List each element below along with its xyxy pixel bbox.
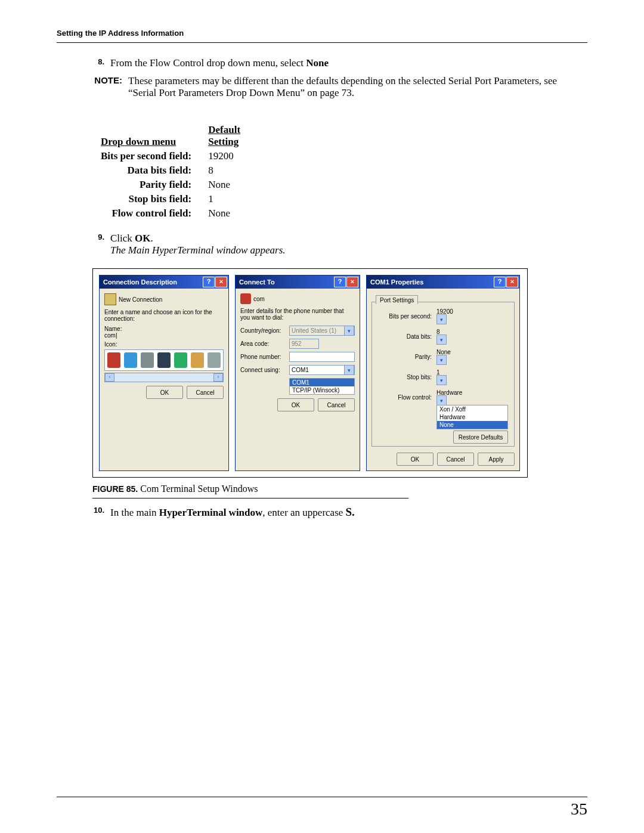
connect-using-label: Connect using: — [240, 367, 287, 373]
cancel-button[interactable]: Cancel — [437, 453, 474, 466]
close-button[interactable]: × — [215, 277, 227, 287]
option-com1[interactable]: COM1 — [290, 379, 354, 386]
chevron-down-icon: ▾ — [344, 365, 354, 375]
flowcontrol-options[interactable]: Xon / Xoff Hardware None — [436, 405, 508, 429]
row-label: Bits per second field: — [92, 149, 200, 163]
step-8-number: 8. — [57, 57, 104, 66]
connect-using-dropdown[interactable]: COM1▾ — [289, 365, 355, 375]
tab-port-settings[interactable]: Port Settings — [376, 295, 418, 304]
table-row: Stop bits field:1 — [92, 192, 249, 206]
row-value: None — [200, 206, 249, 221]
area-code-label: Area code: — [240, 340, 287, 347]
stopbits-value: 1 — [436, 369, 440, 376]
area-code-value: 952 — [292, 340, 302, 347]
connect-using-options[interactable]: COM1 TCP/IP (Winsock) — [289, 378, 355, 395]
running-header: Setting the IP Address Information — [57, 24, 587, 42]
option-none[interactable]: None — [437, 421, 507, 429]
dialog3-title-text: COM1 Properties — [370, 278, 423, 286]
row-label: Parity field: — [92, 178, 200, 192]
step-8-text: From the Flow Control drop down menu, se… — [110, 57, 575, 69]
dialog2-title-text: Connect To — [239, 278, 275, 286]
step-10: 10. In the main HyperTerminal window, en… — [57, 506, 587, 519]
dialog1-titlebar: Connection Description ? × — [100, 275, 228, 289]
bps-dropdown[interactable]: 19200▾ — [436, 308, 508, 324]
name-input[interactable]: com| — [104, 332, 224, 339]
cancel-button[interactable]: Cancel — [187, 386, 224, 399]
table-row: Data bits field:8 — [92, 163, 249, 178]
phone-icon — [240, 293, 251, 304]
col-dropdown-header: Drop down menu — [92, 123, 200, 149]
country-label: Country/region: — [240, 327, 287, 334]
icon-scrollbar[interactable]: ‹ › — [104, 373, 224, 382]
country-value: United States (1) — [292, 327, 336, 334]
step-9-text-b: OK — [135, 233, 150, 244]
step-10-number: 10. — [57, 506, 104, 515]
ok-button[interactable]: OK — [277, 398, 314, 411]
chevron-down-icon: ▾ — [436, 395, 447, 405]
step-10-text-d: S. — [346, 506, 355, 518]
restore-defaults-button[interactable]: Restore Defaults — [453, 431, 508, 444]
name-input-value: com| — [104, 332, 117, 339]
scroll-left-icon[interactable]: ‹ — [105, 373, 114, 382]
option-xonxoff[interactable]: Xon / Xoff — [437, 405, 507, 413]
icon-picker[interactable] — [104, 349, 224, 371]
step-9-italic: The Main HyperTerminal window appears. — [110, 244, 286, 256]
dialog1-title-text: Connection Description — [103, 278, 177, 286]
step-8-text-b: None — [306, 57, 329, 69]
databits-label: Data bits: — [378, 333, 432, 340]
row-value: None — [200, 178, 249, 192]
bps-value: 19200 — [436, 308, 453, 315]
step-8: 8. From the Flow Control drop down menu,… — [57, 57, 587, 69]
flowcontrol-value: Hardware — [436, 389, 462, 396]
step-10-text-a: In the main — [110, 507, 159, 518]
help-button[interactable]: ? — [334, 277, 346, 287]
dialog2-titlebar: Connect To ? × — [236, 275, 360, 289]
apply-button[interactable]: Apply — [478, 453, 515, 466]
option-tcpip[interactable]: TCP/IP (Winsock) — [290, 386, 354, 394]
dialog1-instruction: Enter a name and choose an icon for the … — [104, 309, 224, 322]
dialog-com1-properties: COM1 Properties ? × Port Settings Bits p… — [366, 275, 520, 471]
option-hardware[interactable]: Hardware — [437, 413, 507, 421]
parity-value: None — [436, 349, 451, 355]
step-9-text-c: . — [151, 233, 153, 244]
chevron-down-icon: ▾ — [436, 335, 447, 345]
step-8-text-a: From the Flow Control drop down menu, se… — [110, 57, 306, 69]
default-settings-table: Drop down menu Default Setting Bits per … — [92, 123, 249, 221]
header-rule — [57, 42, 587, 43]
help-button[interactable]: ? — [494, 277, 506, 287]
icon-label: Icon: — [104, 341, 224, 348]
ok-button[interactable]: OK — [397, 453, 434, 466]
phone-label: Phone number: — [240, 354, 287, 360]
country-dropdown[interactable]: United States (1)▾ — [289, 326, 355, 336]
close-button[interactable]: × — [506, 277, 518, 287]
flowcontrol-label: Flow control: — [378, 394, 432, 401]
databits-dropdown[interactable]: 8▾ — [436, 329, 508, 344]
row-value: 1 — [200, 192, 249, 206]
step-9-number: 9. — [57, 233, 104, 241]
close-button[interactable]: × — [346, 277, 358, 287]
ok-button[interactable]: OK — [146, 386, 183, 399]
databits-value: 8 — [436, 329, 440, 335]
parity-label: Parity: — [378, 354, 432, 360]
chevron-down-icon: ▾ — [436, 375, 447, 385]
stopbits-dropdown[interactable]: 1▾ — [436, 369, 508, 385]
dialog3-titlebar: COM1 Properties ? × — [367, 275, 519, 289]
row-value: 8 — [200, 163, 249, 178]
row-value: 19200 — [200, 149, 249, 163]
note-label: NOTE: — [57, 75, 122, 85]
parity-dropdown[interactable]: None▾ — [436, 349, 508, 364]
help-button[interactable]: ? — [203, 277, 215, 287]
area-code-input[interactable]: 952 — [289, 339, 319, 349]
connect-using-value: COM1 — [292, 367, 309, 373]
connection-icon — [104, 293, 116, 305]
step-9-text-a: Click — [110, 233, 135, 244]
row-label: Flow control field: — [92, 206, 200, 221]
dialog-connection-description: Connection Description ? × New Connectio… — [99, 275, 229, 471]
phone-input[interactable] — [289, 352, 355, 362]
chevron-down-icon: ▾ — [344, 326, 354, 336]
chevron-down-icon: ▾ — [436, 314, 447, 324]
cancel-button[interactable]: Cancel — [318, 398, 355, 411]
scroll-right-icon[interactable]: › — [213, 373, 223, 382]
step-9: 9. Click OK. The Main HyperTerminal wind… — [57, 233, 587, 256]
flowcontrol-dropdown[interactable]: Hardware▾ — [436, 389, 508, 405]
